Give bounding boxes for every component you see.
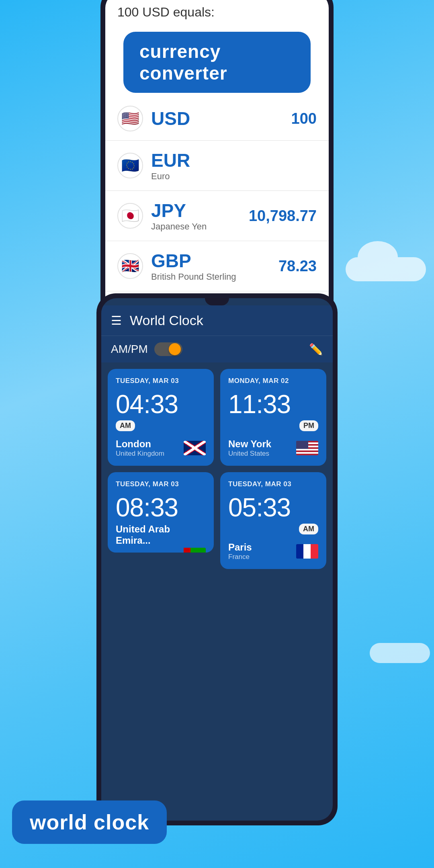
usd-code: USD xyxy=(151,108,291,129)
list-item[interactable]: TUESDAY, MAR 03 04:33 AM London United K… xyxy=(108,369,214,466)
london-time: 04:33 xyxy=(116,391,206,417)
list-item[interactable]: 🇪🇺 EUR Euro xyxy=(105,141,329,191)
phone-notch xyxy=(205,298,229,305)
toggle-knob xyxy=(169,343,181,355)
newyork-date: MONDAY, MAR 02 xyxy=(228,377,318,385)
london-date: TUESDAY, MAR 03 xyxy=(116,377,206,385)
jpy-value: 10,798.77 xyxy=(249,207,317,225)
paris-city: Paris xyxy=(228,542,252,553)
jpy-col: JPY Japanese Yen xyxy=(151,200,249,232)
france-flag-icon xyxy=(296,544,318,559)
newyork-time: 11:33 xyxy=(228,391,318,417)
ampm-toggle[interactable] xyxy=(154,342,182,356)
uae-time: 08:33 xyxy=(116,495,206,520)
newyork-country: United States xyxy=(228,450,271,458)
currency-converter-banner: currency converter xyxy=(123,32,311,93)
currency-title-area: 100 USD equals: currency converter xyxy=(105,0,329,97)
london-city-row: London United Kingdom xyxy=(116,438,206,458)
eur-col: EUR Euro xyxy=(151,149,317,182)
newyork-city-row: New York United States xyxy=(228,438,318,458)
world-clock-screen: ☰ World Clock AM/PM ✏️ TUESDAY, MAR 03 0… xyxy=(101,298,333,821)
usd-equals-label: 100 USD equals: xyxy=(117,5,317,20)
paris-date: TUESDAY, MAR 03 xyxy=(228,480,318,488)
eur-name: Euro xyxy=(151,171,317,182)
newyork-city-info: New York United States xyxy=(228,438,271,458)
uae-date: TUESDAY, MAR 03 xyxy=(116,480,206,488)
ampm-row: AM/PM ✏️ xyxy=(101,336,333,362)
world-clock-header: ☰ World Clock xyxy=(101,305,333,336)
usd-flag: 🇺🇸 xyxy=(117,106,143,131)
world-clock-badge: world clock xyxy=(12,800,167,844)
paris-time: 05:33 xyxy=(228,495,318,520)
clock-grid: TUESDAY, MAR 03 04:33 AM London United K… xyxy=(101,362,333,575)
list-item[interactable]: TUESDAY, MAR 03 08:33 United Arab Emira.… xyxy=(108,472,214,553)
jpy-code: JPY xyxy=(151,200,249,221)
gbp-flag: 🇬🇧 xyxy=(117,253,143,279)
newyork-ampm: PM xyxy=(299,420,318,431)
jpy-flag: 🇯🇵 xyxy=(117,203,143,229)
hamburger-icon[interactable]: ☰ xyxy=(111,313,122,328)
uae-city: United Arab Emira... xyxy=(116,524,206,546)
jpy-name: Japanese Yen xyxy=(151,221,249,232)
paris-city-info: Paris France xyxy=(228,542,252,561)
uk-flag-icon xyxy=(184,441,206,455)
gbp-name: British Pound Sterling xyxy=(151,272,278,282)
world-clock-title: World Clock xyxy=(130,313,323,328)
paris-country: France xyxy=(228,553,252,561)
london-country: United Kingdom xyxy=(116,450,164,458)
gbp-col: GBP British Pound Sterling xyxy=(151,250,278,282)
world-clock-phone: ☰ World Clock AM/PM ✏️ TUESDAY, MAR 03 0… xyxy=(96,293,338,825)
list-item[interactable]: TUESDAY, MAR 03 05:33 AM Paris France xyxy=(220,472,326,569)
london-ampm: AM xyxy=(116,420,135,431)
eur-code: EUR xyxy=(151,149,317,171)
usd-col: USD xyxy=(151,108,291,129)
paris-ampm: AM xyxy=(299,524,318,534)
newyork-city: New York xyxy=(228,438,271,450)
gbp-code: GBP xyxy=(151,250,278,272)
us-flag-icon xyxy=(296,441,318,455)
currency-converter-title: currency converter xyxy=(139,41,227,84)
eur-flag: 🇪🇺 xyxy=(117,153,143,178)
paris-city-row: Paris France xyxy=(228,542,318,561)
london-city: London xyxy=(116,438,164,450)
usd-value: 100 xyxy=(291,110,317,127)
cloud-decoration-1 xyxy=(346,257,426,281)
gbp-value: 78.23 xyxy=(278,258,317,275)
cloud-decoration-2 xyxy=(370,643,430,663)
list-item[interactable]: MONDAY, MAR 02 11:33 PM New York United … xyxy=(220,369,326,466)
uae-flag-icon xyxy=(184,548,206,553)
edit-icon[interactable]: ✏️ xyxy=(309,343,323,356)
london-city-info: London United Kingdom xyxy=(116,438,164,458)
list-item[interactable]: 🇺🇸 USD 100 xyxy=(105,97,329,141)
world-clock-badge-text: world clock xyxy=(30,811,149,834)
ampm-label: AM/PM xyxy=(111,343,148,356)
list-item[interactable]: 🇯🇵 JPY Japanese Yen 10,798.77 xyxy=(105,191,329,241)
list-item[interactable]: 🇬🇧 GBP British Pound Sterling 78.23 xyxy=(105,241,329,291)
